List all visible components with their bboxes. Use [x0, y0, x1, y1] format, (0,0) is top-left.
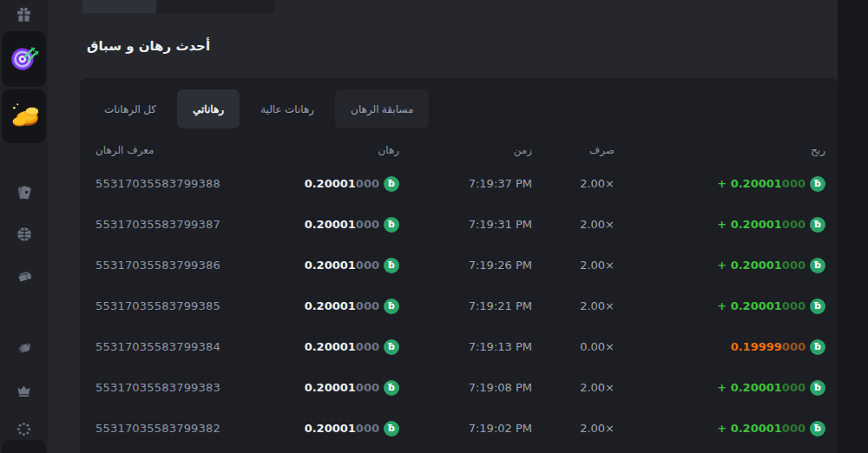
bet-id: 55317035583799382 [95, 422, 304, 435]
sidebar-item-target-game[interactable] [2, 31, 46, 87]
table-row[interactable]: 55317035583799386 0.20001000 ƀ 7:19:26 P… [80, 245, 838, 286]
bet-amount-main: 0.20001 [305, 259, 356, 272]
profit-cell: + 0.20001000 ƀ [615, 299, 825, 314]
bet-id: 55317035583799383 [95, 381, 304, 394]
table-row[interactable]: 55317035583799388 0.20001000 ƀ 7:19:37 P… [80, 163, 838, 204]
coin-icon: ƀ [384, 339, 399, 355]
bet-time: 7:19:26 PM [399, 259, 532, 272]
sidebar-item-partial [2, 440, 46, 453]
table-row[interactable]: 55317035583799382 0.20001000 ƀ 7:19:02 P… [80, 408, 838, 449]
profit-main: 0.19999 [731, 340, 782, 353]
page-right-edge [838, 0, 868, 453]
col-header-profit: ربح [615, 144, 825, 156]
tags-icon [15, 338, 34, 361]
bet-payout: 2.00× [532, 259, 615, 272]
sidebar-item-spinner[interactable] [0, 419, 48, 442]
top-partial-tab[interactable] [156, 0, 275, 13]
bet-amount-cell: 0.20001000 ƀ [304, 380, 399, 396]
table-row[interactable]: 55317035583799387 0.20001000 ƀ 7:19:31 P… [80, 204, 838, 245]
bet-id: 55317035583799385 [95, 299, 304, 312]
bets-tab[interactable]: كل الرهانات [89, 89, 172, 128]
col-header-bet: رهان [304, 144, 399, 156]
bet-amount-dim: 000 [356, 299, 379, 312]
coin-icon: ƀ [384, 299, 399, 314]
bets-tab[interactable]: مسابقة الرهان [335, 89, 429, 128]
sidebar-item-bets[interactable] [0, 266, 48, 288]
bet-amount-cell: 0.20001000 ƀ [304, 176, 399, 192]
sidebar-item-casino[interactable] [0, 183, 48, 206]
sidebar-item-gold-coins[interactable] [2, 89, 46, 143]
sidebar-item-sports[interactable] [0, 225, 48, 247]
bet-payout: 2.00× [532, 177, 615, 190]
profit-cell: + 0.20001000 ƀ [615, 421, 825, 437]
bet-id: 55317035583799384 [95, 340, 304, 353]
profit-dim: 000 [782, 218, 806, 231]
coin-icon: ƀ [810, 339, 825, 355]
profit-cell: + 0.20001000 ƀ [615, 258, 825, 273]
bets-tab[interactable]: رهانات عالية [245, 89, 330, 128]
col-header-payout: صرف [532, 144, 615, 156]
bet-payout: 2.00× [532, 381, 615, 394]
bet-amount-main: 0.20001 [305, 340, 356, 353]
bets-table-body: 55317035583799388 0.20001000 ƀ 7:19:37 P… [80, 163, 838, 449]
bet-amount-cell: 0.20001000 ƀ [304, 217, 399, 233]
col-header-bet-id: معرف الرهان [95, 144, 304, 156]
bet-amount-dim: 000 [356, 177, 379, 190]
coin-icon: ƀ [810, 258, 825, 273]
ticket-icon [15, 266, 34, 288]
top-partial-tab-active[interactable] [82, 0, 156, 13]
profit-main: + 0.20001 [717, 177, 782, 190]
tab-label: رهاناتي [193, 103, 224, 115]
bet-amount-main: 0.20001 [305, 299, 356, 312]
profit-main: + 0.20001 [717, 218, 782, 231]
profit-dim: 000 [782, 177, 806, 190]
bet-amount-main: 0.20001 [305, 422, 356, 435]
profit-dim: 000 [782, 299, 806, 312]
bet-payout: 2.00× [532, 299, 615, 312]
bet-time: 7:19:13 PM [399, 340, 532, 353]
profit-cell: + 0.20001000 ƀ [615, 176, 825, 192]
sidebar-item-vip[interactable] [0, 380, 48, 403]
table-row[interactable]: 55317035583799383 0.20001000 ƀ 7:19:08 P… [80, 367, 838, 408]
col-header-time: زمن [399, 144, 532, 156]
bets-tab[interactable]: رهاناتي [177, 89, 240, 128]
bet-amount-cell: 0.20001000 ƀ [304, 258, 399, 273]
bet-payout: 2.00× [532, 218, 615, 231]
bet-time: 7:19:08 PM [399, 381, 532, 394]
bet-time: 7:19:02 PM [399, 422, 532, 435]
tab-label: رهانات عالية [260, 103, 314, 115]
bet-id: 55317035583799386 [95, 259, 304, 272]
bet-payout: 0.00× [532, 340, 615, 353]
coin-icon: ƀ [810, 299, 825, 314]
bet-payout: 2.00× [532, 422, 615, 435]
basketball-icon [15, 225, 34, 247]
coin-icon: ƀ [810, 217, 825, 233]
sidebar-item-gift[interactable] [0, 3, 48, 28]
coin-icon: ƀ [384, 217, 399, 233]
coin-icon: ƀ [810, 421, 825, 437]
bet-id: 55317035583799387 [95, 218, 304, 231]
profit-main: + 0.20001 [717, 259, 782, 272]
bet-amount-cell: 0.20001000 ƀ [304, 299, 399, 314]
bet-time: 7:19:31 PM [399, 218, 532, 231]
target-darts-icon [8, 41, 41, 77]
crown-icon [15, 381, 33, 403]
bet-amount-dim: 000 [356, 381, 379, 394]
coin-icon: ƀ [384, 258, 399, 273]
bet-id: 55317035583799388 [95, 177, 304, 190]
coin-icon: ƀ [384, 176, 399, 192]
bet-amount-main: 0.20001 [305, 177, 356, 190]
bet-amount-dim: 000 [356, 422, 379, 435]
profit-dim: 000 [782, 259, 806, 272]
profit-dim: 000 [782, 381, 806, 394]
table-row[interactable]: 55317035583799385 0.20001000 ƀ 7:19:21 P… [80, 286, 838, 326]
profit-dim: 000 [782, 340, 806, 353]
gift-icon [15, 5, 33, 27]
profit-cell: 0.19999000 ƀ [615, 339, 825, 355]
gold-coins-icon [7, 97, 42, 135]
coin-icon: ƀ [384, 421, 399, 437]
playing-cards-icon [15, 183, 34, 206]
sidebar-item-promotions[interactable] [0, 338, 48, 361]
table-row[interactable]: 55317035583799384 0.20001000 ƀ 7:19:13 P… [80, 326, 838, 367]
tab-label: كل الرهانات [104, 103, 156, 115]
